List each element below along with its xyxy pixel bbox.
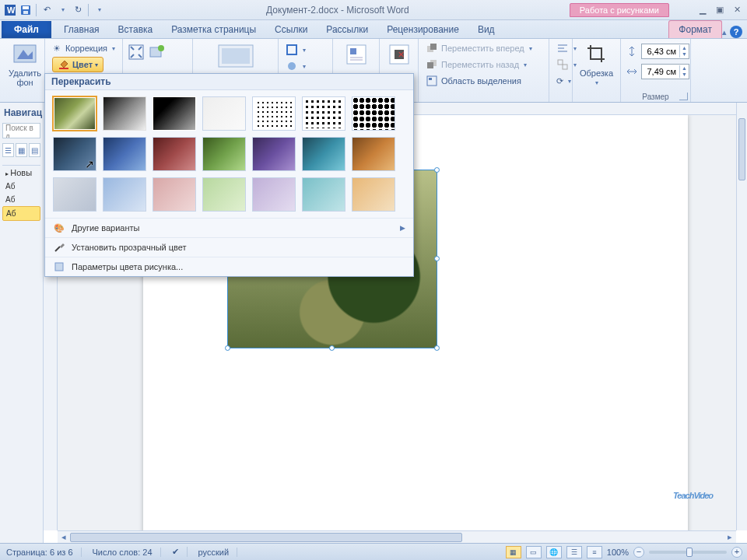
recolor-swatch[interactable] — [103, 177, 146, 212]
word-app-icon[interactable]: W — [3, 3, 17, 17]
recolor-swatch[interactable] — [252, 137, 296, 171]
qat-customize[interactable] — [92, 3, 106, 17]
help-icon[interactable]: ? — [730, 26, 742, 38]
nav-view-pages[interactable]: ▦ — [16, 143, 27, 157]
picture-color-options-item[interactable]: Параметры цвета рисунка... — [45, 257, 413, 276]
recolor-swatch[interactable] — [302, 96, 345, 131]
recolor-swatch[interactable] — [103, 96, 146, 131]
recolor-swatch[interactable] — [252, 96, 296, 131]
view-full-screen[interactable]: ▭ — [526, 546, 542, 558]
width-up[interactable]: ▲ — [680, 65, 689, 72]
recolor-swatch-none[interactable] — [53, 96, 96, 131]
status-language[interactable]: русский — [197, 548, 237, 557]
zoom-in-button[interactable]: + — [731, 547, 742, 558]
height-input[interactable]: ▲▼ — [641, 44, 689, 59]
recolor-swatch[interactable] — [153, 96, 196, 131]
color-button[interactable]: Цвет ▾ — [50, 57, 117, 72]
zoom-slider-knob[interactable] — [686, 548, 693, 557]
recolor-swatch[interactable] — [352, 177, 395, 212]
status-proofing[interactable]: ✔ — [170, 547, 188, 557]
undo-icon[interactable]: ↶ — [40, 3, 54, 17]
navigation-panel: Навигац Поиск в д ☰ ▦ ▤ ▸ Новы Аб Аб Аб — [0, 103, 44, 543]
recolor-swatch[interactable] — [53, 177, 96, 212]
tab-review[interactable]: Рецензирование — [377, 21, 468, 38]
tab-insert[interactable]: Вставка — [109, 21, 163, 38]
recolor-swatch[interactable] — [202, 137, 246, 171]
nav-item[interactable]: Аб — [2, 193, 40, 206]
recolor-swatch[interactable] — [202, 96, 246, 131]
status-word-count[interactable]: Число слов: 24 — [91, 548, 161, 557]
recolor-swatch[interactable] — [153, 177, 196, 212]
compress-pictures-icon[interactable] — [128, 44, 145, 61]
crop-button[interactable]: Обрезка ▾ — [577, 40, 617, 88]
view-web-layout[interactable]: 🌐 — [546, 546, 562, 558]
zoom-level[interactable]: 100% — [607, 548, 629, 557]
tab-home[interactable]: Главная — [54, 21, 109, 38]
wrap-text-button[interactable]: ✕ — [387, 42, 412, 67]
nav-item-selected[interactable]: Аб — [2, 206, 40, 221]
bring-forward-button: Переместить вперед — [423, 40, 544, 56]
tab-view[interactable]: Вид — [468, 21, 504, 38]
recolor-swatch[interactable] — [302, 177, 345, 212]
set-transparent-color-item[interactable]: Установить прозрачный цвет — [45, 237, 413, 257]
remove-background-button[interactable]: Удалить фон — [5, 40, 45, 89]
tab-page-layout[interactable]: Разметка страницы — [162, 21, 265, 38]
size-dialog-launcher[interactable] — [679, 93, 688, 100]
view-draft[interactable]: ≡ — [587, 546, 602, 558]
resize-handle-s[interactable] — [329, 345, 335, 351]
width-down[interactable]: ▼ — [680, 72, 689, 78]
scroll-thumb-h[interactable] — [70, 533, 462, 542]
recolor-swatch[interactable] — [302, 137, 345, 171]
recolor-swatch[interactable] — [153, 137, 196, 171]
rotate-button[interactable]: ⟳ — [554, 73, 567, 89]
tab-mailings[interactable]: Рассылки — [317, 21, 377, 38]
redo-icon[interactable]: ↻ — [71, 3, 85, 17]
nav-heading-new[interactable]: ▸ Новы — [2, 166, 40, 180]
zoom-out-button[interactable]: − — [633, 547, 644, 558]
width-input[interactable]: ▲▼ — [641, 64, 689, 79]
nav-item[interactable]: Аб — [2, 180, 40, 193]
resize-handle-se[interactable] — [434, 345, 440, 351]
height-down[interactable]: ▼ — [680, 51, 689, 58]
height-up[interactable]: ▲ — [680, 45, 689, 51]
recolor-swatch[interactable] — [252, 177, 296, 212]
more-variations-item[interactable]: 🎨 Другие варианты ▶ — [45, 218, 413, 237]
scroll-thumb[interactable] — [738, 118, 745, 180]
ribbon-collapse-icon[interactable]: ▴ — [722, 27, 727, 37]
picture-styles-gallery-icon[interactable] — [217, 42, 254, 70]
recolor-swatch[interactable] — [202, 177, 246, 212]
resize-handle-sw[interactable] — [225, 345, 230, 351]
save-icon[interactable] — [19, 3, 33, 17]
restore-icon[interactable]: ▣ — [713, 5, 727, 16]
scroll-right-icon[interactable]: ▸ — [724, 532, 736, 543]
tab-format[interactable]: Формат — [668, 20, 722, 38]
nav-view-headings[interactable]: ☰ — [2, 143, 14, 157]
close-icon[interactable]: ✕ — [730, 5, 744, 16]
navigation-search[interactable]: Поиск в д — [2, 123, 40, 138]
position-button[interactable] — [344, 42, 369, 67]
recolor-swatch-hover[interactable] — [53, 137, 96, 171]
selection-pane-button[interactable]: Область выделения — [423, 73, 544, 89]
picture-border-button[interactable] — [283, 42, 328, 58]
view-print-layout[interactable]: ▦ — [506, 546, 521, 558]
tab-file[interactable]: Файл — [2, 21, 51, 38]
undo-dropdown[interactable] — [55, 3, 69, 17]
corrections-button[interactable]: ☀ Коррекция — [50, 40, 117, 56]
resize-handle-ne[interactable] — [434, 167, 440, 173]
change-picture-icon[interactable] — [148, 44, 165, 61]
vertical-scrollbar[interactable] — [736, 103, 747, 530]
scroll-left-icon[interactable]: ◂ — [58, 532, 70, 543]
recolor-swatch[interactable] — [352, 137, 395, 171]
zoom-slider[interactable] — [649, 551, 727, 554]
align-button[interactable] — [554, 40, 567, 56]
status-page[interactable]: Страница: 6 из 6 — [5, 548, 82, 557]
picture-effects-button[interactable] — [283, 58, 328, 74]
nav-view-results[interactable]: ▤ — [29, 143, 40, 157]
minimize-icon[interactable]: ▁ — [696, 5, 710, 16]
view-outline[interactable]: ☰ — [566, 546, 582, 558]
horizontal-scrollbar[interactable]: ◂ ▸ — [58, 530, 736, 543]
recolor-swatch[interactable] — [103, 137, 146, 171]
recolor-swatch[interactable] — [352, 96, 395, 131]
tab-references[interactable]: Ссылки — [265, 21, 317, 38]
resize-handle-e[interactable] — [434, 256, 440, 261]
